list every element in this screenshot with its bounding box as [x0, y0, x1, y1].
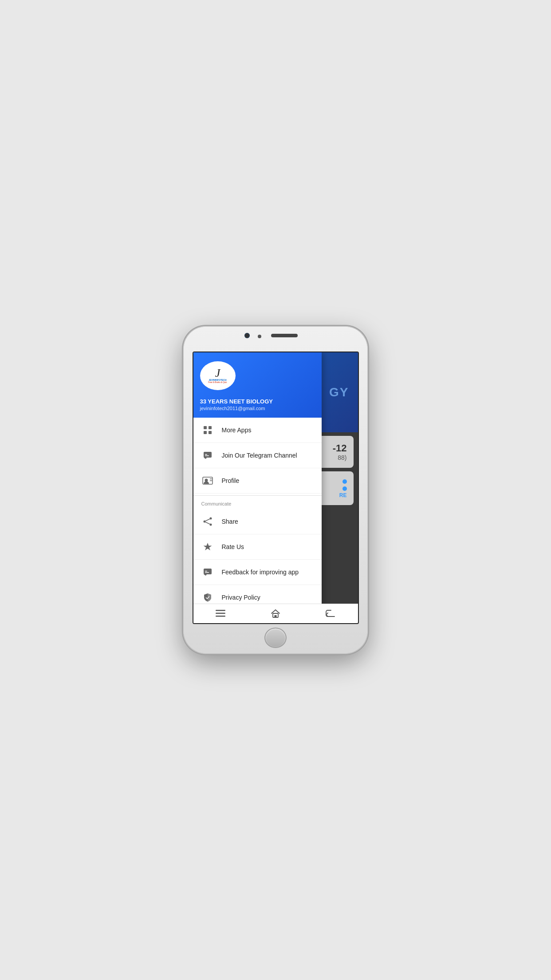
svg-rect-23 — [216, 613, 225, 614]
menu-item-more-apps[interactable]: More Apps — [193, 418, 322, 443]
svg-line-15 — [205, 522, 210, 524]
nav-back-button[interactable] — [322, 605, 339, 622]
svg-point-8 — [205, 479, 208, 482]
navigation-drawer: J JEVININFOTECH Free E-Books & Quiz 33 Y… — [193, 352, 322, 623]
svg-rect-1 — [209, 426, 212, 429]
menu-label-privacy: Privacy Policy — [222, 594, 260, 601]
app-email: jevininfotech2011@gmail.com — [200, 406, 315, 411]
chat-icon — [201, 449, 214, 462]
logo-subtitle-text: Free E-Books & Quiz — [208, 382, 227, 384]
nav-menu-button[interactable] — [212, 605, 229, 622]
communicate-divider: Communicate — [193, 495, 322, 509]
svg-rect-22 — [216, 610, 225, 611]
front-camera — [244, 333, 250, 338]
svg-point-13 — [209, 524, 212, 526]
logo-letter: J — [208, 368, 227, 379]
menu-item-rate-us[interactable]: Rate Us — [193, 534, 322, 560]
menu-label-telegram: Join Our Telegram Channel — [222, 452, 297, 459]
svg-rect-6 — [205, 455, 209, 456]
feedback-icon — [201, 566, 214, 578]
phone-screen: GY -12 88) RE — [193, 352, 359, 624]
svg-rect-24 — [216, 616, 225, 617]
svg-marker-16 — [203, 543, 212, 550]
bg-app-title: GY — [329, 385, 349, 399]
menu-item-feedback[interactable]: Feedback for improving app — [193, 560, 322, 585]
svg-rect-18 — [205, 571, 207, 572]
phone-frame: GY -12 88) RE — [184, 327, 367, 653]
svg-rect-19 — [205, 572, 209, 573]
bg-card-sub: 88) — [338, 454, 346, 461]
app-name: 33 YEARS NEET BIOLOGY — [200, 398, 315, 405]
share-icon — [201, 515, 214, 528]
menu-item-share[interactable]: Share — [193, 509, 322, 534]
svg-point-11 — [209, 518, 212, 520]
phone-home-button[interactable] — [264, 628, 287, 648]
svg-rect-26 — [274, 615, 276, 617]
menu-label-feedback: Feedback for improving app — [222, 569, 299, 576]
nav-home-button[interactable] — [267, 605, 284, 622]
grid-icon — [201, 424, 214, 436]
proximity-sensor — [258, 335, 261, 338]
svg-rect-5 — [205, 454, 207, 455]
drawer-logo-container: J JEVININFOTECH Free E-Books & Quiz — [200, 361, 315, 390]
menu-label-rate-us: Rate Us — [222, 543, 244, 550]
svg-rect-3 — [209, 431, 212, 434]
star-icon — [201, 541, 214, 553]
svg-point-12 — [203, 521, 205, 523]
shield-icon — [201, 591, 214, 604]
bottom-nav-bar — [193, 604, 358, 623]
bg-dot-2 — [342, 486, 347, 491]
svg-rect-4 — [204, 452, 212, 458]
drawer-header: J JEVININFOTECH Free E-Books & Quiz 33 Y… — [193, 352, 322, 418]
profile-icon — [201, 474, 214, 487]
logo-inner: J JEVININFOTECH Free E-Books & Quiz — [208, 368, 227, 383]
menu-item-profile[interactable]: Profile — [193, 468, 322, 494]
bg-card2-btn: RE — [339, 492, 347, 498]
communicate-header: Communicate — [193, 496, 322, 509]
drawer-menu: More Apps Join Our Telegram Ch — [193, 418, 322, 623]
screen-content: GY -12 88) RE — [193, 352, 358, 623]
menu-label-share: Share — [222, 518, 238, 525]
svg-rect-0 — [204, 426, 207, 429]
bg-card-text: -12 — [333, 443, 347, 454]
earpiece-speaker — [271, 334, 298, 337]
bg-dot-1 — [342, 479, 347, 484]
menu-item-telegram[interactable]: Join Our Telegram Channel — [193, 443, 322, 468]
svg-line-14 — [205, 519, 210, 521]
app-logo: J JEVININFOTECH Free E-Books & Quiz — [200, 361, 236, 390]
svg-rect-17 — [204, 569, 212, 574]
menu-label-more-apps: More Apps — [222, 427, 252, 434]
svg-rect-2 — [204, 431, 207, 434]
menu-label-profile: Profile — [222, 477, 240, 484]
